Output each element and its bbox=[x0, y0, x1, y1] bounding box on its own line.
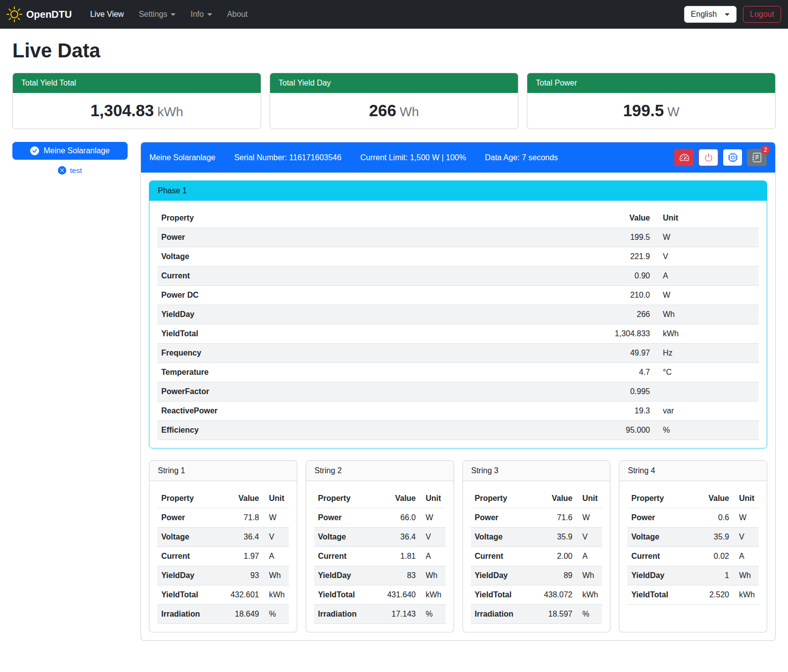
chevron-down-icon bbox=[207, 13, 212, 16]
value-cell: 71.6 bbox=[536, 508, 576, 528]
property-cell: Power bbox=[471, 508, 536, 528]
unit-cell: Wh bbox=[576, 566, 602, 585]
value-cell: 221.9 bbox=[600, 247, 654, 267]
table-row: Frequency49.97Hz bbox=[157, 344, 759, 363]
unit-cell: V bbox=[654, 247, 759, 267]
property-cell: Power DC bbox=[157, 286, 600, 305]
value-cell: 438.072 bbox=[536, 585, 576, 605]
unit-cell: % bbox=[576, 605, 602, 624]
unit-cell: A bbox=[576, 547, 602, 566]
property-cell: Voltage bbox=[471, 528, 536, 547]
property-cell: ReactivePower bbox=[157, 402, 600, 421]
inverter-item-test[interactable]: test bbox=[12, 166, 128, 175]
unit-cell: W bbox=[733, 508, 759, 528]
total-power-card: Total Power 199.5W bbox=[527, 73, 776, 129]
total-yield-total-value: 1,304.83 bbox=[91, 101, 154, 120]
column-header-property: Property bbox=[157, 209, 600, 228]
inverter-select-button[interactable]: Meine Solaranlage bbox=[12, 142, 128, 160]
string-1-title: String 1 bbox=[149, 461, 297, 481]
unit-cell: A bbox=[733, 547, 759, 566]
table-header-row: Property Value Unit bbox=[157, 209, 759, 228]
event-log-button[interactable]: 2 bbox=[747, 149, 767, 166]
table-row: YieldDay89Wh bbox=[471, 566, 603, 585]
property-cell: Temperature bbox=[157, 363, 600, 382]
string-3-table: Property Value Unit Power71.6WVoltage35.… bbox=[471, 489, 603, 624]
property-cell: Irradiation bbox=[157, 605, 223, 624]
table-header-row: Property Value Unit bbox=[471, 489, 603, 508]
unit-cell: kWh bbox=[576, 585, 602, 605]
nav-about-label: About bbox=[227, 10, 248, 19]
summary-cards: Total Yield Total 1,304.83kWh Total Yiel… bbox=[12, 73, 776, 129]
value-cell: 71.8 bbox=[223, 508, 263, 528]
card-title: Total Yield Day bbox=[270, 73, 518, 93]
value-cell: 49.97 bbox=[600, 344, 654, 363]
unit-cell: kWh bbox=[733, 585, 759, 605]
nav-live-view[interactable]: Live View bbox=[83, 6, 131, 23]
value-cell: 0.02 bbox=[693, 547, 733, 566]
power-settings-button[interactable] bbox=[698, 149, 718, 166]
property-cell: Current bbox=[157, 267, 600, 286]
table-row: YieldTotal438.072kWh bbox=[471, 585, 603, 605]
total-yield-day-value: 266 bbox=[369, 101, 396, 120]
journal-list-icon bbox=[752, 153, 762, 162]
table-row: ReactivePower19.3var bbox=[157, 402, 759, 421]
phase-card: Phase 1 Property Value Unit Power199.5WV… bbox=[149, 180, 767, 448]
property-cell: YieldTotal bbox=[157, 324, 600, 344]
table-row: Irradiation17.143% bbox=[314, 605, 446, 624]
card-body: 1,304.83kWh bbox=[13, 93, 261, 129]
string-4-table: Property Value Unit Power0.6WVoltage35.9… bbox=[627, 489, 759, 605]
table-row: Current2.00A bbox=[471, 547, 603, 566]
chevron-down-icon bbox=[725, 13, 730, 16]
unit-cell: % bbox=[654, 421, 759, 440]
value-cell: 36.4 bbox=[379, 528, 420, 547]
chevron-down-icon bbox=[171, 13, 176, 16]
column-header-unit: Unit bbox=[263, 489, 289, 508]
column-header-unit: Unit bbox=[576, 489, 602, 508]
phase-table: Property Value Unit Power199.5WVoltage22… bbox=[157, 209, 759, 440]
nav-settings[interactable]: Settings bbox=[131, 6, 183, 23]
nav-info[interactable]: Info bbox=[183, 6, 220, 23]
total-yield-total-unit: kWh bbox=[157, 104, 183, 119]
card-title: Total Power bbox=[527, 73, 775, 93]
value-cell: 0.90 bbox=[600, 267, 654, 286]
page-container: Live Data Total Yield Total 1,304.83kWh … bbox=[0, 29, 788, 656]
x-circle-icon bbox=[58, 166, 66, 175]
nav-settings-label: Settings bbox=[139, 10, 167, 19]
card-body: 266Wh bbox=[270, 93, 518, 129]
sun-logo-icon bbox=[6, 6, 22, 22]
column-header-value: Value bbox=[379, 489, 420, 508]
inverter-name: Meine Solaranlage bbox=[149, 153, 215, 162]
device-info-button[interactable] bbox=[723, 149, 742, 166]
table-row: YieldDay83Wh bbox=[314, 566, 446, 585]
property-cell: Irradiation bbox=[471, 605, 536, 624]
inverter-card: Meine Solaranlage Serial Number: 1161716… bbox=[140, 142, 776, 641]
value-cell: 1,304.833 bbox=[600, 324, 654, 344]
value-cell: 93 bbox=[223, 566, 263, 585]
event-count-badge: 2 bbox=[761, 145, 770, 154]
table-row: Current0.90A bbox=[157, 267, 759, 286]
property-cell: YieldDay bbox=[157, 305, 600, 324]
brand-link[interactable]: OpenDTU bbox=[6, 6, 72, 22]
table-row: Power71.8W bbox=[157, 508, 289, 528]
logout-button[interactable]: Logout bbox=[743, 6, 781, 23]
unit-cell: °C bbox=[654, 363, 759, 382]
value-cell: 66.0 bbox=[379, 508, 420, 528]
phase-card-title: Phase 1 bbox=[149, 181, 767, 201]
nav-about[interactable]: About bbox=[220, 6, 255, 23]
total-yield-total-card: Total Yield Total 1,304.83kWh bbox=[12, 73, 261, 129]
value-cell: 0.6 bbox=[693, 508, 733, 528]
card-title: Total Yield Total bbox=[13, 73, 261, 93]
unit-cell: W bbox=[263, 508, 289, 528]
unit-cell: V bbox=[263, 528, 289, 547]
table-row: Current1.81A bbox=[314, 547, 446, 566]
string-2-title: String 2 bbox=[306, 461, 454, 481]
limit-settings-button[interactable] bbox=[674, 149, 694, 166]
language-select[interactable]: English bbox=[684, 6, 737, 23]
string-3-card: String 3 Property Value Unit bbox=[463, 460, 611, 632]
table-row: Irradiation18.649% bbox=[157, 605, 289, 624]
unit-cell: Wh bbox=[420, 566, 446, 585]
string-4-title: String 4 bbox=[619, 461, 767, 481]
table-row: Temperature4.7°C bbox=[157, 363, 759, 382]
nav-live-view-label: Live View bbox=[90, 10, 124, 19]
string-3-body: Property Value Unit Power71.6WVoltage35.… bbox=[463, 481, 610, 632]
